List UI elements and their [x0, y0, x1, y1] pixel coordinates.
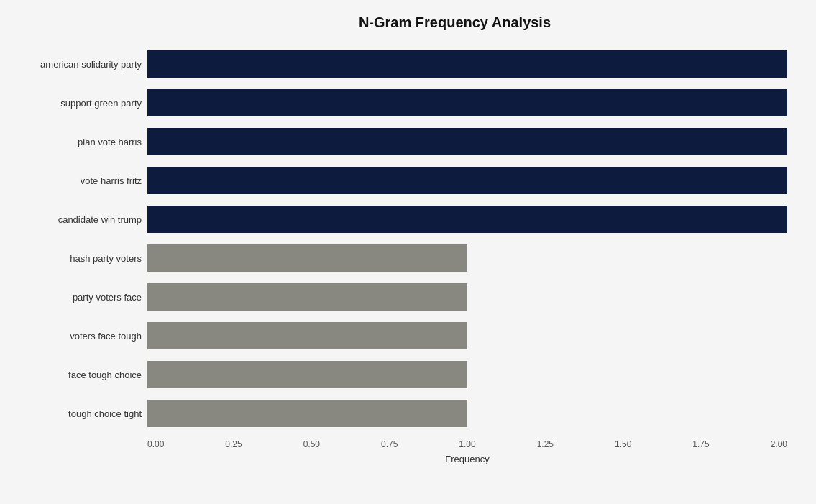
- bar-track: [147, 400, 787, 427]
- bar-label: plan vote harris: [7, 137, 147, 147]
- bar-row: vote harris fritz: [7, 162, 787, 199]
- chart-container: N-Gram Frequency Analysis american solid…: [0, 0, 816, 504]
- bar-row: candidate win trump: [7, 201, 787, 238]
- bar-track: [147, 89, 787, 116]
- bar-label: support green party: [7, 98, 147, 109]
- x-axis-tick: 2.00: [771, 439, 787, 449]
- bar-fill: [147, 283, 467, 311]
- bar-track: [147, 128, 787, 155]
- bar-track: [147, 206, 787, 233]
- chart-title: N-Gram Frequency Analysis: [122, 14, 787, 31]
- bar-label: vote harris fritz: [7, 175, 147, 186]
- bar-track: [147, 244, 787, 272]
- bar-label: party voters face: [7, 292, 147, 303]
- bar-row: plan vote harris: [7, 123, 787, 160]
- bar-row: party voters face: [7, 278, 787, 316]
- bar-label: tough choice tight: [7, 408, 147, 419]
- bar-label: face tough choice: [7, 370, 147, 380]
- bar-row: hash party voters: [7, 239, 787, 277]
- bar-track: [147, 322, 787, 349]
- x-axis-tick: 1.75: [692, 439, 709, 449]
- bar-track: [147, 361, 787, 388]
- bar-fill: [147, 50, 787, 78]
- bar-fill: [147, 206, 787, 233]
- bar-row: tough choice tight: [7, 395, 787, 432]
- x-axis-tick: 0.25: [225, 439, 242, 449]
- x-axis-area: 0.000.250.500.751.001.251.501.752.00 Fre…: [147, 439, 787, 464]
- bar-track: [147, 50, 787, 78]
- x-axis-tick: 0.75: [381, 439, 398, 449]
- bar-label: voters face tough: [7, 331, 147, 342]
- bar-label: american solidarity party: [7, 59, 147, 70]
- bar-fill: [147, 167, 787, 194]
- bar-row: support green party: [7, 84, 787, 122]
- bar-fill: [147, 400, 467, 427]
- bar-row: american solidarity party: [7, 45, 787, 83]
- bar-track: [147, 167, 787, 194]
- bar-track: [147, 283, 787, 311]
- bar-fill: [147, 322, 467, 349]
- x-axis-tick: 1.00: [459, 439, 475, 449]
- bar-row: face tough choice: [7, 356, 787, 393]
- x-axis-tick: 0.00: [147, 439, 164, 449]
- bar-fill: [147, 128, 787, 155]
- x-axis-ticks: 0.000.250.500.751.001.251.501.752.00: [147, 439, 787, 449]
- bar-fill: [147, 89, 787, 116]
- bar-label: candidate win trump: [7, 214, 147, 225]
- bar-fill: [147, 244, 467, 272]
- x-axis-tick: 1.50: [615, 439, 631, 449]
- x-axis-tick: 0.50: [303, 439, 320, 449]
- bar-row: voters face tough: [7, 317, 787, 354]
- chart-area: american solidarity partysupport green p…: [7, 45, 787, 434]
- bar-label: hash party voters: [7, 253, 147, 264]
- x-axis-label: Frequency: [147, 454, 787, 464]
- bar-fill: [147, 361, 467, 388]
- x-axis-tick: 1.25: [537, 439, 554, 449]
